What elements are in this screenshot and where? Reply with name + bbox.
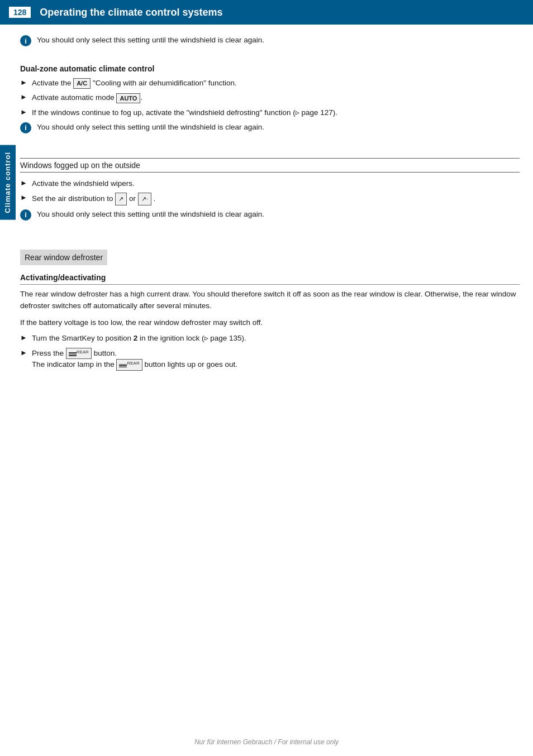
rear-lines-2 bbox=[119, 364, 127, 368]
dual-zone-heading: Dual-zone automatic climate control bbox=[20, 64, 520, 73]
dual-zone-bullet-text-3: If the windows continue to fog up, activ… bbox=[32, 107, 337, 118]
rear-button-icon-1: REAR bbox=[66, 348, 92, 359]
dual-zone-bullet-2: ► Activate automatic mode AUTO. bbox=[20, 92, 520, 103]
info-text-2: You should only select this setting unti… bbox=[37, 122, 264, 133]
main-content: i You should only select this setting un… bbox=[20, 25, 520, 371]
dual-zone-bullet-text-2: Activate automatic mode AUTO. bbox=[32, 92, 142, 103]
windows-bullet-2: ► Set the air distribution to ↗ or ↗· . bbox=[20, 193, 520, 205]
windows-bullet-1: ► Activate the windshield wipers. bbox=[20, 178, 520, 189]
bullet-arrow-3: ► bbox=[20, 108, 27, 116]
rear-lines-1 bbox=[69, 352, 77, 356]
rear-defroster-gray-heading: Rear window defroster bbox=[20, 250, 107, 265]
info-text-3: You should only select this setting unti… bbox=[37, 209, 264, 220]
footer-text: Nur für internen Gebrauch / For internal… bbox=[0, 738, 533, 746]
dual-zone-bullet-text-1: Activate the A/C "Cooling with air dehum… bbox=[32, 78, 237, 89]
bullet-arrow-1: ► bbox=[20, 78, 27, 87]
rear-defroster-paragraph-2: If the battery voltage is too low, the r… bbox=[20, 317, 520, 329]
info-icon-1: i bbox=[20, 35, 31, 46]
windows-outside-section: Windows fogged up on the outside ► Activ… bbox=[20, 158, 520, 221]
info-icon-3: i bbox=[20, 209, 31, 221]
page-title: Operating the climate control systems bbox=[40, 7, 222, 18]
info-icon-2: i bbox=[20, 122, 31, 133]
dual-zone-section: Dual-zone automatic climate control ► Ac… bbox=[20, 64, 520, 133]
bullet-arrow-w2: ► bbox=[20, 193, 27, 202]
activating-deactivating-heading: Activating/deactivating bbox=[20, 273, 520, 285]
rear-bullet-2: ► Press the REAR button. The indicator l… bbox=[20, 348, 520, 371]
windows-outside-heading: Windows fogged up on the outside bbox=[20, 158, 520, 173]
rear-button-icon-2: REAR bbox=[116, 359, 142, 370]
bullet-arrow-2: ► bbox=[20, 93, 27, 101]
header-bar: 128 Operating the climate control system… bbox=[0, 0, 533, 25]
air-icon-2: ↗· bbox=[138, 193, 151, 205]
bullet-arrow-r1: ► bbox=[20, 333, 27, 342]
rear-bullet-1: ► Turn the SmartKey to position 2 in the… bbox=[20, 333, 520, 344]
rear-defroster-section: Rear window defroster Activating/deactiv… bbox=[20, 240, 520, 371]
auto-button-icon: AUTO bbox=[116, 93, 140, 103]
info-text-1: You should only select this setting unti… bbox=[37, 35, 264, 46]
info-block-3: i You should only select this setting un… bbox=[20, 209, 520, 221]
rear-bullet-text-2: Press the REAR button. The indicator lam… bbox=[32, 348, 237, 371]
rear-defroster-paragraph-1: The rear window defroster has a high cur… bbox=[20, 288, 520, 312]
info-block-2: i You should only select this setting un… bbox=[20, 122, 520, 133]
air-icon-1: ↗ bbox=[115, 193, 127, 205]
dual-zone-bullet-1: ► Activate the A/C "Cooling with air deh… bbox=[20, 78, 520, 89]
page-number: 128 bbox=[9, 7, 31, 18]
windows-bullet-text-2: Set the air distribution to ↗ or ↗· . bbox=[32, 193, 155, 205]
info-block-1: i You should only select this setting un… bbox=[20, 35, 520, 46]
dual-zone-bullet-3: ► If the windows continue to fog up, act… bbox=[20, 107, 520, 118]
rear-bullet-text-1: Turn the SmartKey to position 2 in the i… bbox=[32, 333, 246, 344]
windows-bullet-text-1: Activate the windshield wipers. bbox=[32, 178, 135, 189]
ac-button-icon: A/C bbox=[73, 78, 91, 88]
bullet-arrow-r2: ► bbox=[20, 348, 27, 357]
sidebar-label: Climate control bbox=[0, 145, 16, 220]
bullet-arrow-w1: ► bbox=[20, 179, 27, 187]
